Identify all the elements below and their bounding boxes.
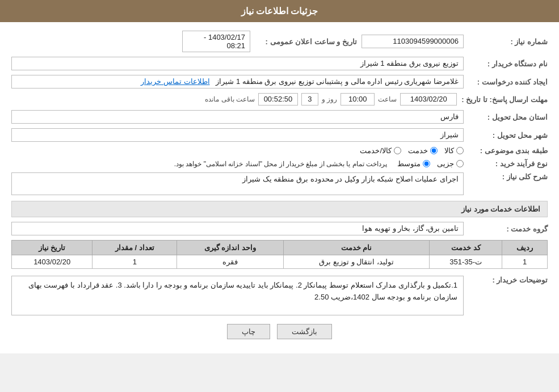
province-row: استان محل تحویل : فارس (11, 110, 548, 124)
col-date: تاریخ نیاز (12, 241, 93, 255)
col-quantity: تعداد / مقدار (93, 241, 177, 255)
response-deadline-row: مهلت ارسال پاسخ: تا تاریخ : 1403/02/20 س… (11, 93, 548, 106)
button-row: بازگشت چاپ (11, 324, 548, 339)
buyer-org-row: نام دستگاه خریدار : توزیع نیروی برق منطق… (11, 57, 548, 70)
page-header: جزئیات اطلاعات نیاز (0, 0, 559, 22)
category-radio-khedmat[interactable]: خدمت (408, 146, 438, 155)
cell-service-name: تولید، انتقال و توزیع برق (283, 255, 429, 269)
buyer-desc-value: 1.تکمیل و بارگذاری مدارک استعلام توسط پی… (11, 276, 464, 315)
city-value: شیراز (11, 128, 464, 142)
purchase-radio-jozi[interactable]: جزیی (437, 159, 464, 168)
cell-date: 1403/02/20 (12, 255, 93, 269)
province-value: فارس (11, 110, 464, 124)
cell-quantity: 1 (93, 255, 177, 269)
service-group-label: گروه خدمت : (468, 225, 548, 233)
need-number-label: شماره نیاز : (468, 37, 548, 46)
purchase-radio-jozi-input[interactable] (456, 160, 464, 167)
buyer-desc-label: توضیحات خریدار : (468, 276, 548, 284)
general-desc-row: شرح کلی نیاز : اجرای عملیات اصلاح شبکه ب… (11, 172, 548, 195)
purchase-type-radio-group: جزیی متوسط (397, 159, 464, 168)
remaining-time-label: ساعت باقی مانده (205, 95, 255, 103)
purchase-note: پرداخت تمام یا بخشی از مبلغ خریدار از مح… (174, 160, 387, 168)
announce-value: 1403/02/17 - 08:21 (182, 31, 250, 52)
creator-value: غلامرضا شهریاری رئیس اداره مالی و پشتیبا… (11, 75, 464, 88)
category-radio-khedmat-input[interactable] (430, 147, 438, 154)
need-number-row: شماره نیاز : 1103094599000006 تاریخ و سا… (11, 31, 548, 52)
col-service-code: کد خدمت (430, 241, 502, 255)
province-label: استان محل تحویل : (468, 113, 548, 121)
category-label: طبقه بندی موضوعی : (468, 146, 548, 155)
response-date-value: 1403/02/20 (400, 93, 457, 106)
category-radio-group: کالا خدمت کالا/خدمت (360, 146, 464, 155)
creator-label: ایجاد کننده درخواست : (468, 78, 548, 86)
service-group-row: گروه خدمت : تامین برق، گاز، بخار و تهویه… (11, 222, 548, 235)
category-radio-both-input[interactable] (394, 147, 401, 154)
service-group-value: تامین برق، گاز، بخار و تهویه هوا (11, 222, 464, 235)
announce-label: تاریخ و ساعت اعلان عمومی : (255, 37, 357, 46)
purchase-radio-jozi-label: جزیی (437, 159, 454, 168)
response-time-value: 10:00 (341, 93, 375, 106)
city-label: شهر محل تحویل : (468, 131, 548, 140)
purchase-radio-motavaset-label: متوسط (397, 159, 421, 168)
purchase-radio-motavaset[interactable]: متوسط (397, 159, 430, 168)
city-row: شهر محل تحویل : شیراز (11, 128, 548, 142)
category-radio-kala-label: کالا (444, 146, 454, 155)
category-radio-kala[interactable]: کالا (444, 146, 464, 155)
general-desc-value: اجرای عملیات اصلاح شبکه بازار وکیل در مح… (11, 172, 464, 195)
general-desc-label: شرح کلی نیاز : (468, 172, 548, 181)
services-section-title: اطلاعات خدمات مورد نیاز (11, 201, 548, 217)
response-time-label: ساعت (378, 95, 397, 103)
need-number-value: 1103094599000006 (362, 35, 464, 48)
creator-row: ایجاد کننده درخواست : غلامرضا شهریاری رئ… (11, 75, 548, 88)
table-row: 1 ت-35-351 تولید، انتقال و توزیع برق فقر… (12, 255, 548, 269)
buyer-desc-row: توضیحات خریدار : 1.تکمیل و بارگذاری مدار… (11, 276, 548, 315)
category-radio-khedmat-label: خدمت (408, 146, 428, 155)
contact-link[interactable]: اطلاعات تماس خریدار (141, 77, 209, 86)
cell-unit: فقره (177, 255, 284, 269)
col-rownum: ردیف (502, 241, 548, 255)
table-header-row: ردیف کد خدمت نام خدمت واحد اندازه گیری ت… (12, 241, 548, 255)
purchase-type-row: نوع فرآیند خرید : جزیی متوسط پرداخت تمام… (11, 159, 548, 168)
category-radio-kala-input[interactable] (456, 147, 464, 154)
back-button[interactable]: بازگشت (277, 324, 332, 339)
buyer-org-label: نام دستگاه خریدار : (468, 60, 548, 68)
col-service-name: نام خدمت (283, 241, 429, 255)
purchase-type-label: نوع فرآیند خرید : (468, 159, 548, 168)
cell-rownum: 1 (502, 255, 548, 269)
page-title: جزئیات اطلاعات نیاز (241, 6, 318, 16)
services-table: ردیف کد خدمت نام خدمت واحد اندازه گیری ت… (11, 240, 548, 269)
category-radio-both-label: کالا/خدمت (360, 146, 392, 155)
print-button[interactable]: چاپ (227, 324, 270, 339)
cell-service-code: ت-35-351 (430, 255, 502, 269)
response-days-value: 3 (301, 93, 318, 106)
col-unit: واحد اندازه گیری (177, 241, 284, 255)
response-deadline-label: مهلت ارسال پاسخ: تا تاریخ : (461, 95, 548, 104)
category-radio-both[interactable]: کالا/خدمت (360, 146, 401, 155)
category-row: طبقه بندی موضوعی : کالا خدمت کالا/خدمت (11, 146, 548, 155)
purchase-radio-motavaset-input[interactable] (423, 160, 430, 167)
response-days-label: روز و (322, 95, 337, 103)
remaining-time-value: 00:52:50 (258, 93, 298, 106)
buyer-org-value: توزیع نیروی برق منطقه 1 شیراز (11, 57, 464, 70)
